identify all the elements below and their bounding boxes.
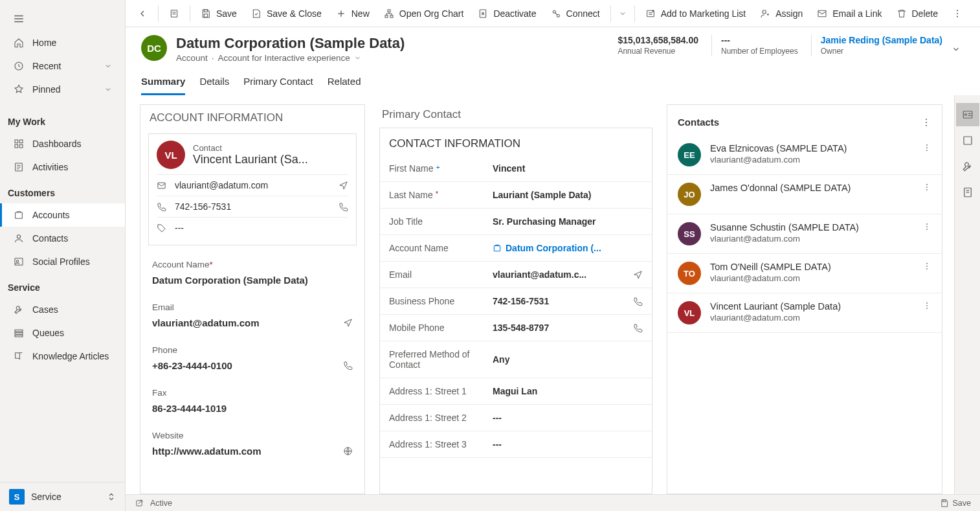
contact-field[interactable]: Job TitleSr. Purchasing Manager (380, 209, 652, 235)
contact-field[interactable]: Address 1: Street 1Magui Lan (380, 378, 652, 405)
field-value: 742-156-7531 (493, 296, 628, 306)
mail-icon[interactable] (343, 318, 353, 328)
contacts-grid-more[interactable] (921, 117, 931, 128)
nav-knowledge-label: Knowledge Articles (32, 351, 109, 361)
header-field-employees[interactable]: --- Number of Employees (711, 35, 798, 56)
nav-group-mywork: My Work (0, 108, 125, 132)
contact-item-more[interactable] (922, 143, 931, 152)
contact-field[interactable]: Address 1: Street 2--- (380, 405, 652, 431)
primary-contact-card[interactable]: VL Contact Vincent Lauriant (Sa... vlaur… (148, 133, 357, 245)
hamburger-button[interactable] (0, 6, 125, 31)
nav-accounts[interactable]: Accounts (0, 203, 125, 227)
nav-home[interactable]: Home (0, 31, 125, 54)
svg-point-63 (964, 114, 966, 116)
nav-home-label: Home (32, 38, 56, 48)
form-selector[interactable]: Account for Interactive experience (218, 53, 350, 63)
contact-list-item[interactable]: SSSusanne Schustin (SAMPLE DATA)vlaurian… (667, 214, 942, 254)
deactivate-button[interactable]: Deactivate (471, 5, 542, 23)
tab-primary-contact[interactable]: Primary Contact (243, 72, 313, 95)
rail-panel-button[interactable] (956, 129, 979, 152)
assign-button[interactable]: Assign (753, 5, 809, 23)
svg-point-12 (16, 260, 18, 262)
contact-field[interactable]: Mobile Phone135-548-8797 (380, 315, 652, 341)
contact-field[interactable]: Last Name*Lauriant (Sample Data) (380, 182, 652, 209)
contact-field[interactable]: Emailvlauriant@adatum.c... (380, 262, 652, 288)
connect-button[interactable]: Connect (544, 5, 607, 23)
chevron-down-icon[interactable] (354, 54, 361, 62)
mail-icon[interactable] (633, 270, 643, 280)
nav-contacts[interactable]: Contacts (0, 227, 125, 250)
nav-knowledge[interactable]: Knowledge Articles (0, 345, 125, 368)
field-label: First Name+ (389, 163, 493, 174)
svg-rect-20 (204, 14, 207, 17)
contact-field[interactable]: Preferred Method of ContactAny (380, 341, 652, 378)
save-close-button[interactable]: Save & Close (245, 5, 328, 23)
tab-details[interactable]: Details (199, 72, 229, 95)
contact-item-more[interactable] (922, 183, 931, 192)
delete-button[interactable]: Delete (890, 5, 944, 23)
rail-related-button[interactable] (956, 103, 979, 126)
rail-tools-button[interactable] (956, 155, 979, 178)
clock-icon (13, 60, 25, 72)
home-icon (13, 37, 25, 49)
phone-icon[interactable] (633, 323, 643, 333)
field-label: Business Phone (389, 296, 493, 306)
contact-list-item[interactable]: TOTom O'Neill (SAMPLE DATA)vlauriant@ada… (667, 254, 942, 293)
globe-icon[interactable] (343, 446, 353, 456)
open-org-button[interactable]: Open Org Chart (377, 5, 471, 23)
account-field[interactable]: Phone+86-23-4444-0100 (140, 337, 364, 380)
nav-cases[interactable]: Cases (0, 298, 125, 321)
contact-field[interactable]: Account NameDatum Corporation (... (380, 235, 652, 262)
org-chart-icon (384, 8, 394, 19)
nav-queues[interactable]: Queues (0, 321, 125, 345)
nav-dashboards[interactable]: Dashboards (0, 132, 125, 155)
email-link-button[interactable]: Email a Link (810, 5, 888, 23)
nav-pinned[interactable]: Pinned (0, 78, 125, 101)
phone-icon[interactable] (633, 297, 643, 306)
back-button[interactable] (131, 5, 154, 23)
nav-social[interactable]: Social Profiles (0, 250, 125, 273)
app-switcher[interactable]: S Service (0, 482, 125, 511)
dashboard-icon (13, 138, 25, 150)
contact-card-email[interactable]: vlauriant@adatum.com (157, 174, 348, 196)
account-field[interactable]: Account Name*Datum Corporation (Sample D… (140, 252, 364, 295)
account-field[interactable]: Websitehttp://www.adatum.com (140, 423, 364, 466)
contact-list-item[interactable]: VLVincent Lauriant (Sample Data)vlaurian… (667, 293, 942, 333)
header-field-revenue[interactable]: $15,013,658,584.00 Annual Revenue (618, 35, 698, 56)
nav-accounts-label: Accounts (32, 210, 70, 220)
contact-field[interactable]: First Name+Vincent (380, 155, 652, 182)
contact-list-item[interactable]: JOJames O'donnal (SAMPLE DATA) (667, 175, 942, 214)
header-field-owner[interactable]: Jamie Reding (Sample Data) Owner (811, 35, 942, 56)
phone-icon[interactable] (343, 361, 353, 370)
nav-activities[interactable]: Activities (0, 155, 125, 179)
contact-card-phone[interactable]: 742-156-7531 (157, 196, 348, 217)
contact-field[interactable]: Address 1: Street 3--- (380, 431, 652, 458)
tab-summary[interactable]: Summary (141, 72, 185, 95)
marketing-button[interactable]: Add to Marketing List (639, 5, 753, 23)
contact-card-tag[interactable]: --- (157, 217, 348, 238)
nav-recent[interactable]: Recent (0, 54, 125, 78)
overflow-button[interactable] (946, 5, 969, 23)
send-mail-icon[interactable] (339, 181, 348, 190)
save-button[interactable]: Save (194, 5, 243, 23)
tab-related[interactable]: Related (328, 72, 361, 95)
tabs: Summary Details Primary Contact Related (126, 63, 980, 95)
connect-dropdown[interactable] (615, 6, 630, 21)
popout-icon[interactable] (135, 499, 144, 508)
contact-field[interactable]: Business Phone742-156-7531 (380, 288, 652, 315)
account-field[interactable]: Emailvlauriant@adatum.com (140, 295, 364, 337)
svg-point-44 (926, 119, 927, 120)
contact-item-more[interactable] (922, 262, 931, 271)
call-icon[interactable] (339, 202, 348, 212)
footer-save-button[interactable]: Save (940, 499, 972, 508)
contact-item-more[interactable] (922, 301, 931, 310)
rail-docs-button[interactable] (956, 181, 979, 204)
contact-item-more[interactable] (922, 222, 931, 231)
nav-group-service: Service (0, 273, 125, 298)
contact-email: vlauriant@adatum.com (710, 155, 847, 165)
new-button[interactable]: New (329, 5, 376, 23)
account-field[interactable]: Fax86-23-4444-1019 (140, 380, 364, 423)
record-set-button[interactable] (162, 5, 186, 23)
header-expand-button[interactable] (948, 41, 964, 58)
contact-list-item[interactable]: EEEva Elznicovas (SAMPLE DATA)vlauriant@… (667, 135, 942, 175)
